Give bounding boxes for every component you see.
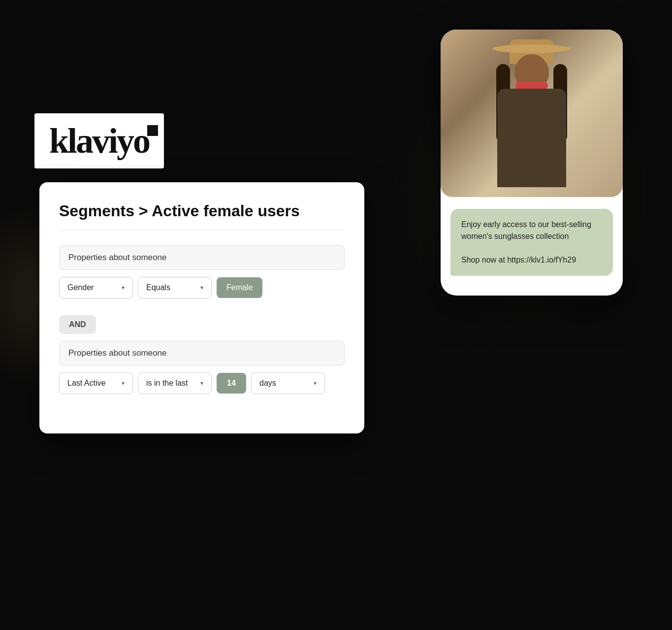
days-chevron-icon: ▾	[314, 380, 317, 387]
condition-1-row: Gender ▾ Equals ▾ Female	[59, 277, 345, 298]
last-active-chevron-icon: ▾	[122, 380, 125, 387]
klaviyo-logo: klaviyo	[49, 123, 149, 159]
gender-chevron-icon: ▾	[122, 284, 125, 291]
gender-field-select[interactable]: Gender ▾	[59, 277, 133, 298]
condition-block-2: Properties about someone Last Active ▾ i…	[59, 341, 345, 394]
segment-title: Segments > Active female users	[59, 202, 345, 231]
condition-block-1: Properties about someone Gender ▾ Equals…	[59, 245, 345, 298]
hat-brim-shape	[492, 44, 571, 53]
sms-bubble: Enjoy early access to our best-selling w…	[450, 209, 613, 276]
sms-message-text: Enjoy early access to our best-selling w…	[461, 219, 602, 266]
last-active-label: Last Active	[67, 379, 105, 388]
condition-2-header: Properties about someone	[59, 341, 345, 365]
number-value-box[interactable]: 14	[217, 373, 246, 394]
condition-2-row: Last Active ▾ is in the last ▾ 14 days ▾	[59, 372, 345, 394]
equals-chevron-icon: ▾	[200, 284, 203, 291]
is-in-the-last-operator-select[interactable]: is in the last ▾	[138, 372, 212, 394]
days-unit-select[interactable]: days ▾	[251, 372, 325, 394]
logo-container: klaviyo	[34, 113, 164, 168]
person-head-shape	[514, 54, 549, 91]
operator-chevron-icon: ▾	[200, 380, 203, 387]
logo-flag-icon	[147, 125, 158, 136]
phone-card: Enjoy early access to our best-selling w…	[441, 30, 623, 296]
person-illustration	[482, 39, 581, 197]
last-active-field-select[interactable]: Last Active ▾	[59, 372, 133, 394]
sms-line2: Shop now at https://klv1.io/fYh29	[461, 256, 576, 264]
equals-label: Equals	[146, 283, 170, 292]
person-body-shape	[497, 89, 566, 187]
sms-line1: Enjoy early access to our best-selling w…	[461, 220, 591, 240]
and-connector: AND	[59, 315, 96, 334]
equals-operator-select[interactable]: Equals ▾	[138, 277, 212, 298]
logo-wordmark: klaviyo	[49, 121, 149, 161]
condition-1-header: Properties about someone	[59, 245, 345, 270]
is-in-the-last-label: is in the last	[146, 379, 188, 388]
days-label: days	[259, 379, 276, 388]
segment-card: Segments > Active female users Propertie…	[39, 182, 364, 433]
phone-image-area	[441, 30, 623, 197]
gender-label: Gender	[67, 283, 94, 292]
female-value-badge[interactable]: Female	[217, 277, 262, 298]
